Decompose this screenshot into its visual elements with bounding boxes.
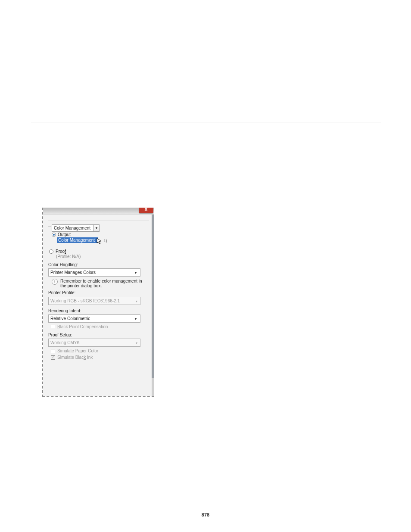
fieldset-notch-line [48,226,51,227]
warning-icon: ! [52,279,58,285]
bpc-checkbox[interactable] [51,325,55,329]
panel-body: Color Management ▼ Output Color Manageme… [43,215,154,396]
color-handling-label: Color Handling: [48,262,149,267]
vertical-scrollbar[interactable] [152,215,154,396]
rendering-intent-select[interactable]: Relative Colorimetric ▼ [48,314,140,323]
printer-profile-value: Working RGB - sRGB IEC61966-2.1 [50,299,120,303]
printer-profile-label: Printer Profile: [48,290,149,295]
proof-setup-label: Proof Setup: [48,333,149,337]
proof-radio[interactable] [49,249,53,254]
close-button[interactable]: X [139,208,153,213]
dropdown-tail-text: .1) [103,239,149,243]
reminder-text: Remember to enable color management in t… [60,279,149,288]
rendering-intent-label: Rendering Intent: [48,308,149,313]
simulate-black-checkbox: ✓ [51,355,55,360]
dropdown-option-color-management-label: Color Management [58,238,95,243]
rendering-intent-value: Relative Colorimetric [50,316,90,321]
simulate-black-label: Simulate Black Ink [57,355,93,360]
chevron-down-icon: ▼ [134,317,137,321]
chevron-down-icon: ▼ [134,271,137,275]
chevron-down-icon: ▼ [93,224,100,232]
color-management-dialog: X Color Management ▼ Output Color Manage… [42,208,154,397]
proof-setup-select: Working CMYK ▾ [48,339,140,347]
dropdown-option-output[interactable]: Output [58,232,72,237]
proof-radio-label: Proof [56,249,66,254]
proof-setup-value: Working CMYK [50,340,80,345]
horizontal-rule [31,122,381,122]
dialog-inner: X Color Management ▼ Output Color Manage… [43,208,154,396]
fieldset-top [48,221,149,221]
chevron-down-icon: ▾ [136,299,137,303]
simulate-paper-label: Simulate Paper Color [57,348,98,353]
chevron-down-icon: ▾ [136,341,137,345]
printer-profile-select: Working RGB - sRGB IEC61966-2.1 ▾ [48,297,140,305]
section-dropdown-list[interactable]: Output Color Management .1) [52,232,149,243]
window-titlebar: X [43,208,154,215]
cursor-icon [97,238,103,245]
reminder-row: ! Remember to enable color management in… [52,279,149,288]
bpc-label: Black Point Compensation [57,324,108,329]
output-radio[interactable] [52,233,56,237]
dropdown-option-color-management[interactable]: Color Management [57,237,98,243]
color-handling-select[interactable]: Printer Manages Colors ▼ [48,268,140,277]
simulate-paper-checkbox[interactable] [51,349,55,353]
section-dropdown[interactable]: Color Management ▼ [52,224,94,232]
color-handling-value: Printer Manages Colors [50,270,96,275]
svg-marker-0 [97,238,101,244]
proof-profile-note: (Profile: N/A) [56,254,149,259]
section-dropdown-value: Color Management [54,226,90,230]
page-number: 878 [0,512,411,517]
